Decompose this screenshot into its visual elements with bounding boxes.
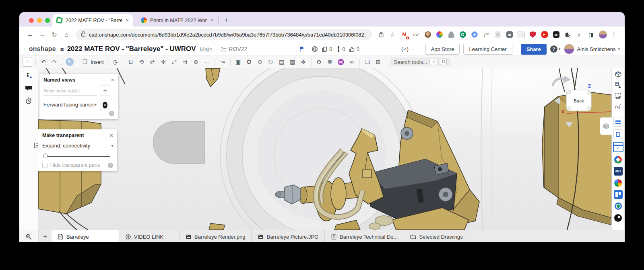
delete-view-button[interactable]: × — [100, 100, 110, 110]
insert-icon[interactable]: ❐ — [80, 57, 89, 66]
tab-technical-doc[interactable]: Barreleye Technical Do... — [325, 230, 404, 242]
planner-app-icon[interactable]: ✓ — [613, 142, 623, 152]
create-drawing-icon[interactable]: ❏ — [363, 57, 372, 66]
bill-of-materials-icon[interactable]: ⊞ — [374, 57, 383, 66]
insert-label[interactable]: Insert — [91, 59, 104, 65]
bookmark-star-icon[interactable]: ☆ — [388, 30, 398, 40]
snap-mode-icon[interactable]: ↝ — [218, 57, 227, 66]
parts-list-icon[interactable] — [614, 70, 622, 78]
gear-relation-icon[interactable]: ⚙ — [315, 57, 324, 66]
home-icon[interactable]: ⌂ — [61, 31, 72, 38]
likes-count[interactable]: 0 — [349, 46, 359, 52]
featurescript-icon[interactable]: {✓} — [401, 46, 409, 52]
replicate-icon[interactable]: ⊙ — [256, 57, 264, 66]
back-icon[interactable]: ← — [25, 31, 35, 38]
keeper-extension-icon[interactable]: K — [493, 30, 503, 40]
gmail-extension-icon[interactable]: M1 — [399, 30, 409, 40]
grammarly-extension-icon[interactable]: G — [458, 30, 468, 40]
playlist-extension-icon[interactable]: ♬ — [574, 30, 584, 40]
link-icon[interactable] — [216, 46, 217, 52]
folder-breadcrumb[interactable]: ROV22 — [221, 46, 247, 52]
rotate-view-icon[interactable]: ↻ — [66, 58, 74, 66]
mate-connector-icon[interactable]: ✪ — [245, 57, 254, 66]
help-icon[interactable]: ? — [108, 163, 113, 168]
new-tab-button[interactable]: + — [221, 16, 231, 24]
document-menu-icon[interactable]: ≡ — [60, 46, 64, 53]
add-view-button[interactable]: + — [100, 86, 110, 96]
featurescript-panel-icon[interactable]: (x) — [614, 103, 622, 111]
dark-reader-extension-icon[interactable]: ▮▮ — [551, 30, 561, 40]
notifications-bell-icon[interactable] — [417, 46, 417, 52]
belt-relation-icon[interactable]: ∞ — [347, 57, 356, 66]
monkey-avatar-extension-icon[interactable] — [423, 30, 433, 40]
browser-menu-icon[interactable]: ⋮ — [609, 31, 619, 38]
chart-app-icon[interactable] — [614, 178, 623, 187]
browser-profile-avatar[interactable] — [598, 30, 608, 40]
insert-version-icon[interactable] — [25, 72, 32, 80]
side-panel-icon[interactable]: ◨ — [586, 30, 596, 40]
close-tab-icon[interactable]: × — [126, 17, 129, 23]
user-menu[interactable]: Alnis Smidchens ▾ — [564, 44, 620, 54]
font-finder-extension-icon[interactable]: ƒ? — [481, 30, 491, 40]
browser-tab-onshape[interactable]: 2022 MATE ROV - "Barreleye" × — [52, 14, 133, 27]
help-menu[interactable]: ? ▾ — [550, 45, 561, 53]
zoom-window-button[interactable] — [45, 18, 50, 23]
close-icon[interactable]: × — [111, 77, 114, 83]
share-button[interactable]: Share — [521, 44, 547, 55]
gray-endcap-part[interactable] — [153, 121, 205, 164]
person-extension-icon[interactable] — [446, 30, 456, 40]
copies-count[interactable]: 0 — [322, 46, 332, 52]
tab-selected-drawings[interactable]: Selected Drawings — [404, 230, 469, 242]
pin-slot-mate-icon[interactable]: ⇔ — [202, 57, 211, 66]
parallel-mate-icon[interactable]: ⇉ — [181, 57, 190, 66]
mate-icon[interactable]: ⊔ — [126, 57, 135, 66]
tab-render-png[interactable]: Barreleye Render.png — [180, 230, 252, 242]
layout-app-icon[interactable] — [614, 190, 623, 199]
history-icon[interactable] — [25, 97, 32, 104]
color-wheel-extension-icon[interactable] — [434, 30, 444, 40]
public-globe-icon[interactable] — [312, 46, 318, 52]
search-icon[interactable] — [412, 46, 413, 52]
re-extension-icon[interactable]: /re/ — [411, 30, 421, 40]
close-tab-icon[interactable]: × — [210, 17, 213, 23]
bom-app-icon[interactable] — [613, 117, 623, 127]
camera-extension-icon[interactable] — [504, 30, 514, 40]
new-view-name-input[interactable] — [43, 86, 97, 96]
in-context-icon[interactable] — [614, 92, 622, 100]
redo-icon[interactable]: ↷ — [50, 57, 59, 66]
dark-app-icon[interactable] — [614, 213, 623, 222]
target-app-icon[interactable] — [614, 202, 623, 211]
planar-mate-icon[interactable]: ✜ — [159, 57, 168, 66]
group-parts-icon[interactable]: ▣ — [234, 57, 243, 66]
undo-icon[interactable]: ↶ — [39, 57, 48, 66]
close-window-button[interactable] — [29, 18, 34, 23]
fastened-mate-icon[interactable]: ⊕ — [192, 57, 200, 66]
tab-barreleye[interactable]: Barreleye — [52, 230, 119, 242]
help-icon[interactable]: ? — [109, 111, 114, 116]
revolute-mate-icon[interactable]: ⟲ — [137, 57, 146, 66]
render-app-icon[interactable] — [613, 129, 623, 139]
tab-video-link[interactable]: VIDEO LINK — [119, 230, 180, 242]
lock-icon[interactable] — [81, 33, 85, 37]
section-view-icon[interactable]: ◷ — [111, 57, 120, 66]
lens-extension-icon[interactable] — [469, 30, 479, 40]
rack-pinion-relation-icon[interactable]: ☸ — [326, 57, 334, 66]
hide-transparent-checkbox[interactable] — [42, 163, 47, 168]
mh-app-icon[interactable]: MH — [614, 167, 623, 176]
workspace-label[interactable]: Main — [200, 46, 213, 53]
adguard-extension-icon[interactable] — [528, 30, 538, 40]
exploded-view-icon[interactable]: ✻ — [299, 57, 308, 66]
close-icon[interactable]: × — [109, 132, 113, 138]
insert-to-document-icon[interactable] — [614, 81, 622, 89]
slider-knob[interactable] — [43, 153, 48, 158]
browser-tab-photos[interactable]: Photo in MATE 2022 World Cha × — [137, 14, 217, 27]
app-store-button[interactable]: App Store — [425, 44, 460, 55]
screw-relation-icon[interactable]: ♒ — [336, 57, 345, 66]
search-tabs-button[interactable] — [19, 230, 39, 242]
pattern-icon[interactable]: ▤ — [277, 57, 286, 66]
viewport-canvas[interactable]: Back Z X Named views × + — [38, 68, 611, 230]
add-tab-button[interactable]: + — [39, 230, 52, 242]
isometric-view-button[interactable] — [600, 117, 612, 135]
youtube-extension-icon[interactable]: ▶ — [539, 30, 549, 40]
slider-mate-icon[interactable]: ⇄ — [148, 57, 157, 66]
